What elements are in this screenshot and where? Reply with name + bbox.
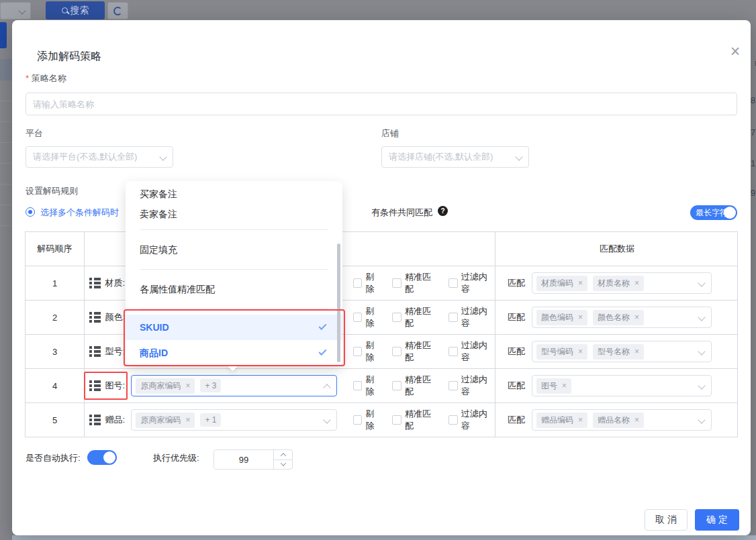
background-fragment [12,535,756,540]
priority-input[interactable] [214,450,273,469]
checkbox-exact-match[interactable]: 精准匹配 [392,408,438,432]
checkbox-label: 精准匹配 [405,374,438,398]
toggle-knob [724,207,736,219]
checkbox-label: 过滤内容 [461,271,495,295]
background-text-fragment: 刂 [751,59,756,70]
remove-icon[interactable]: × [578,313,583,322]
background-text-fragment: 9 [751,188,756,199]
drag-handle-icon[interactable] [89,380,101,391]
scrollbar-thumb[interactable] [337,244,340,362]
confirm-button[interactable]: 确 定 [695,509,739,531]
remove-icon[interactable]: × [634,347,639,356]
divider [140,269,328,270]
dropdown-item[interactable]: 固定填充 [126,239,342,260]
match-prefix: 匹配 [508,277,528,289]
remove-icon[interactable]: × [578,415,583,425]
toggle-knob [103,451,115,464]
checkbox-label: 剔除 [365,374,382,398]
checkbox-tichu[interactable]: 剔除 [353,271,383,295]
search-button[interactable]: 搜索 [46,1,105,19]
chevron-down-icon [18,7,26,14]
remove-icon[interactable]: × [578,347,583,356]
checkbox-exact-match[interactable]: 精准匹配 [392,339,438,364]
header-match: 匹配数据 [495,232,739,266]
checkbox-icon [392,278,401,288]
checkbox-icon [448,347,458,356]
checkbox-filter-content[interactable]: 过滤内容 [448,271,495,295]
dropdown-item[interactable]: 买家备注 [126,184,342,204]
checkbox-tichu[interactable]: 剔除 [353,408,383,432]
tag: 型号名称× [593,344,644,360]
close-icon[interactable]: × [725,42,745,62]
chevron-down-icon [698,416,705,423]
checkbox-filter-content[interactable]: 过滤内容 [448,374,495,398]
checkbox-label: 剔除 [365,271,382,295]
checkbox-exact-match[interactable]: 精准匹配 [392,305,438,329]
background-fragment [0,22,7,48]
checkbox-tichu[interactable]: 剔除 [353,374,383,398]
remove-icon[interactable]: × [578,278,583,288]
match-data-select[interactable]: 材质编码× 材质名称× [532,272,712,294]
table-row: 4 图号: 原商家编码× + 3 剔除 精准匹配 过滤内容 [26,369,737,403]
drag-handle-icon[interactable] [89,346,101,357]
dropdown-item[interactable]: 卖家备注 [126,204,342,224]
remove-icon[interactable]: × [634,278,639,288]
refresh-icon [113,7,122,15]
dropdown-item[interactable]: 各属性值精准匹配 [126,279,342,299]
remove-icon[interactable]: × [562,381,567,390]
platform-select[interactable]: 请选择平台(不选,默认全部) [26,146,173,168]
tag: 颜色名称× [593,310,644,325]
chevron-up-icon [323,384,330,391]
checkbox-tichu[interactable]: 剔除 [353,305,383,329]
match-data-select[interactable]: 图号× [532,375,712,396]
checkbox-icon [392,415,401,425]
tag: 材质名称× [593,276,644,291]
drag-handle-icon[interactable] [89,312,101,323]
tag: 赠品名称× [593,413,644,428]
multi-condition-radio[interactable] [26,207,35,217]
tag: 材质编码× [536,276,587,291]
row-order: 3 [26,335,85,368]
checkbox-label: 过滤内容 [461,408,495,432]
decode-source-select[interactable]: 原商家编码× + 1 [131,409,336,431]
checkbox-label: 过滤内容 [461,305,495,329]
checkbox-filter-content[interactable]: 过滤内容 [448,408,495,432]
remove-icon[interactable]: × [185,381,190,390]
chevron-down-icon [515,153,522,160]
drag-handle-icon[interactable] [89,278,101,288]
checkbox-icon [448,278,458,288]
match-data-select[interactable]: 型号编码× 型号名称× [532,341,712,362]
modal-title: 添加解码策略 [37,50,101,64]
remove-icon[interactable]: × [185,415,190,425]
checkbox-exact-match[interactable]: 精准匹配 [392,374,438,398]
checkbox-tichu[interactable]: 剔除 [353,339,383,364]
dropdown-item-skuid[interactable]: SKUID [126,315,342,340]
strategy-name-input[interactable] [26,93,737,115]
match-prefix: 匹配 [508,414,528,426]
increase-button[interactable] [274,450,292,460]
shop-label: 店铺 [381,127,399,140]
background-filter-select[interactable] [0,2,31,19]
decrease-button[interactable] [274,460,292,470]
cancel-button[interactable]: 取 消 [645,509,688,531]
match-data-select[interactable]: 颜色编码× 颜色名称× [532,307,712,328]
header-order: 解码顺序 [26,232,85,266]
chevron-down-icon [698,279,705,286]
checkbox-label: 精准匹配 [405,271,438,295]
shop-select[interactable]: 请选择店铺(不选,默认全部) [381,146,529,168]
help-icon[interactable]: ? [438,206,448,216]
checkbox-filter-content[interactable]: 过滤内容 [448,339,495,364]
refresh-button[interactable] [107,2,128,19]
row-order: 5 [26,403,85,437]
decode-source-select-open[interactable]: 原商家编码× + 3 [131,375,336,396]
checkbox-filter-content[interactable]: 过滤内容 [448,305,495,329]
match-data-select[interactable]: 赠品编码× 赠品名称× [532,409,712,431]
drag-handle-icon[interactable] [89,415,101,425]
longest-char-toggle[interactable]: 最长字符 [690,205,737,220]
remove-icon[interactable]: × [634,313,639,322]
longest-char-toggle-label: 最长字符 [696,207,728,219]
auto-exec-toggle[interactable] [87,450,117,465]
remove-icon[interactable]: × [634,415,639,425]
checkbox-exact-match[interactable]: 精准匹配 [392,271,438,295]
chevron-down-icon [698,347,705,355]
